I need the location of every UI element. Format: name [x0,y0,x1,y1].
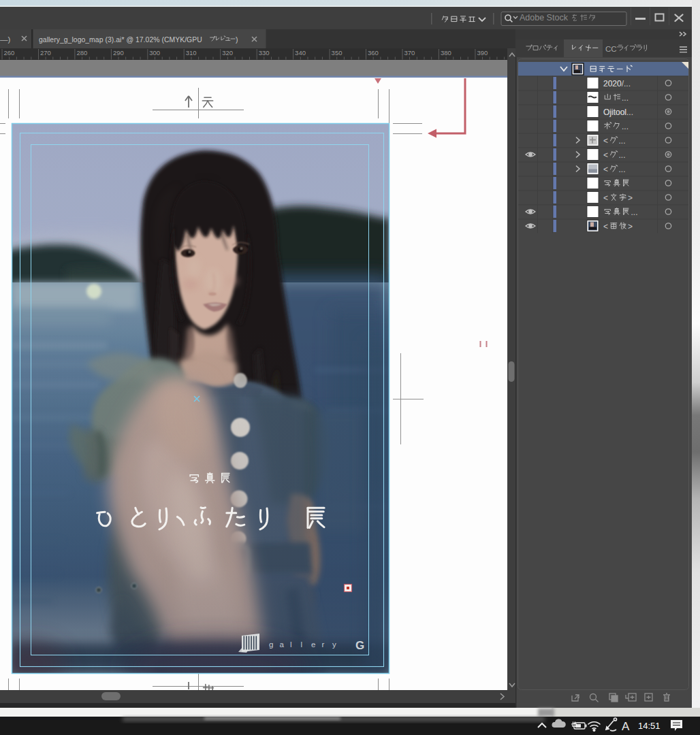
svg-text:370: 370 [404,49,415,56]
svg-text:r: r [322,640,325,649]
svg-text:360: 360 [368,49,379,56]
svg-text:Adobe Stock: Adobe Stock [520,13,569,22]
svg-text:290: 290 [113,49,124,56]
svg-text:a: a [280,640,285,649]
svg-text:Ojitool...: Ojitool... [603,108,633,117]
svg-text:>: > [628,193,633,203]
svg-text:...: ... [622,93,629,103]
svg-text:e: e [311,640,315,649]
svg-text:390: 390 [477,49,488,56]
svg-text:300: 300 [149,49,160,56]
svg-text:320: 320 [222,49,233,56]
svg-text:14:51: 14:51 [638,721,661,731]
svg-text:...: ... [631,208,638,217]
svg-text:280: 280 [76,49,87,56]
svg-text:2020/...: 2020/... [603,79,631,88]
svg-text:310: 310 [186,49,197,56]
svg-text:<: < [603,136,608,146]
svg-text:<: < [603,165,608,174]
svg-text:CC: CC [605,45,617,53]
svg-text:): ) [236,36,238,44]
svg-text:...: ... [622,122,629,131]
svg-text:350: 350 [332,49,343,56]
svg-text:y: y [332,640,336,649]
svg-text:gallery_g_logo_map (3).ai* @ 1: gallery_g_logo_map (3).ai* @ 17.02% (CMY… [39,36,202,44]
svg-text:<: < [603,193,608,203]
svg-text:330: 330 [259,49,270,56]
svg-text:>: > [628,222,633,231]
svg-text:<: < [603,150,608,160]
svg-text:270: 270 [40,49,51,56]
svg-text:G: G [355,639,364,652]
svg-text:—): —) [0,35,11,44]
svg-text:...: ... [619,136,626,146]
svg-text:l: l [301,640,303,649]
svg-text:340: 340 [295,49,306,56]
svg-text:g: g [269,640,273,649]
svg-text:...: ... [619,150,626,160]
svg-text:260: 260 [4,49,15,56]
svg-text:380: 380 [441,49,451,56]
svg-text:<: < [603,222,608,231]
svg-text:l: l [290,640,292,649]
svg-text:...: ... [619,165,626,174]
svg-text:A: A [622,720,630,733]
